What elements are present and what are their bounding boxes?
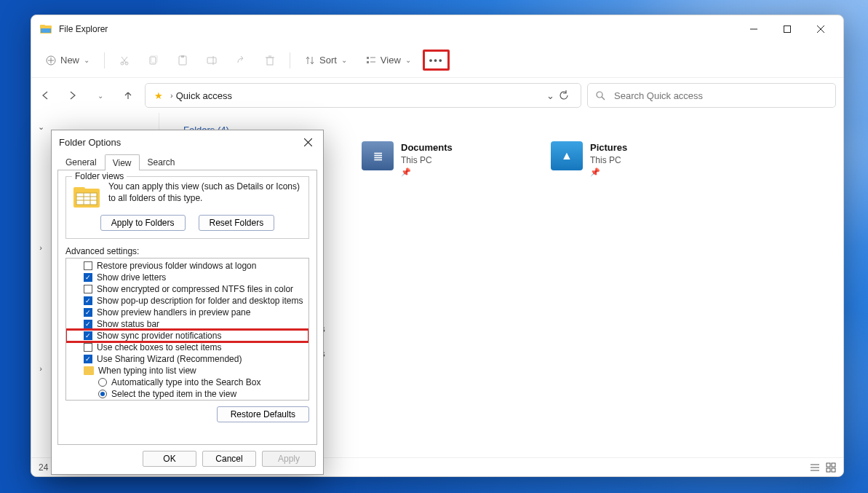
option-label: Automatically type into the Search Box (111, 377, 260, 387)
forward-button[interactable] (62, 84, 84, 106)
svg-rect-2 (41, 28, 51, 33)
paste-icon (178, 55, 188, 66)
tab-general[interactable]: General (57, 154, 105, 170)
advanced-checkbox-option[interactable]: ✓Show drive letters (66, 272, 308, 283)
new-menu-button[interactable]: New ⌄ (39, 50, 97, 70)
svg-rect-40 (76, 193, 97, 205)
svg-rect-33 (832, 463, 835, 467)
toolbar-separator (104, 52, 105, 68)
address-bar[interactable]: ★ › Quick access ⌄ (145, 83, 581, 108)
view-menu-button[interactable]: View ⌄ (359, 50, 418, 70)
option-label: Show pop-up description for folder and d… (97, 296, 303, 306)
status-item-count: 24 (39, 462, 48, 473)
checkbox-icon (84, 261, 92, 270)
advanced-settings-list[interactable]: Restore previous folder windows at logon… (65, 258, 309, 401)
search-box[interactable] (587, 83, 836, 108)
apply-button[interactable]: Apply (262, 451, 316, 467)
navigation-row: ⌄ ★ › Quick access ⌄ (31, 78, 843, 113)
advanced-radio-option[interactable]: Automatically type into the Search Box (66, 376, 308, 388)
chevron-down-icon: ⌄ (84, 56, 89, 64)
option-label: Show status bar (97, 319, 159, 329)
advanced-checkbox-option[interactable]: ✓Show pop-up description for folder and … (66, 295, 308, 307)
view-label: View (381, 55, 401, 66)
cut-icon (119, 55, 130, 66)
option-label: Restore previous folder windows at logon (97, 261, 256, 271)
dialog-footer: OK Cancel Apply (52, 451, 323, 474)
checkbox-icon (84, 285, 92, 293)
option-label: Use Sharing Wizard (Recommended) (97, 354, 242, 364)
option-label: Use check boxes to select items (97, 342, 221, 352)
details-view-button[interactable] (810, 462, 820, 473)
copy-icon (148, 55, 159, 66)
folder-sublocation: This PC (590, 154, 627, 167)
close-button[interactable] (804, 17, 837, 41)
share-button[interactable] (228, 51, 253, 70)
dialog-body: Folder views You can apply this view (su… (57, 170, 317, 445)
svg-point-27 (597, 92, 602, 98)
tab-search[interactable]: Search (140, 154, 183, 170)
search-icon (595, 90, 605, 100)
option-label: Show preview handlers in preview pane (97, 307, 250, 318)
option-label: When typing into list view (98, 366, 196, 376)
cancel-button[interactable]: Cancel (202, 451, 256, 467)
minimize-button[interactable] (737, 17, 771, 41)
cut-button[interactable] (112, 51, 137, 70)
recent-locations-button[interactable]: ⌄ (89, 84, 111, 106)
folder-card[interactable]: ≣DocumentsThis PC📌 (362, 141, 514, 178)
svg-line-12 (122, 57, 127, 63)
new-label: New (60, 55, 79, 66)
advanced-checkbox-option[interactable]: ✓Show preview handlers in preview pane (66, 307, 308, 318)
tab-view[interactable]: View (105, 154, 140, 170)
chevron-down-icon: ⌄ (36, 122, 46, 132)
advanced-checkbox-option[interactable]: Use check boxes to select items (66, 342, 308, 353)
more-options-button[interactable]: ••• (423, 50, 450, 71)
advanced-radio-option[interactable]: Select the typed item in the view (66, 388, 308, 400)
advanced-checkbox-option[interactable]: ✓Show status bar (66, 318, 308, 330)
folder-card[interactable]: ▲PicturesThis PC📌 (551, 141, 704, 178)
dialog-tabs: General View Search (52, 154, 323, 170)
svg-rect-34 (827, 468, 830, 472)
restore-defaults-button[interactable]: Restore Defaults (217, 406, 309, 422)
back-button[interactable] (34, 84, 56, 106)
share-icon (236, 55, 246, 66)
svg-rect-39 (73, 187, 85, 192)
copy-button[interactable] (141, 51, 166, 70)
svg-rect-20 (267, 58, 273, 65)
chevron-right-icon: › (36, 364, 46, 373)
advanced-checkbox-option[interactable]: Restore previous folder windows at logon (66, 260, 308, 272)
checkbox-icon: ✓ (84, 296, 92, 305)
refresh-button[interactable] (559, 90, 576, 100)
search-input[interactable] (613, 90, 828, 102)
paste-button[interactable] (170, 51, 195, 70)
breadcrumb-separator: › (170, 91, 173, 100)
ok-button[interactable]: OK (143, 451, 196, 467)
sort-menu-button[interactable]: Sort ⌄ (298, 50, 354, 70)
folder-views-icon (72, 184, 101, 209)
ellipsis-icon: ••• (429, 55, 444, 66)
pin-icon: 📌 (401, 167, 453, 178)
folder-icon: ▲ (551, 141, 583, 170)
dialog-close-button[interactable] (294, 132, 322, 152)
rename-button[interactable] (199, 51, 224, 70)
svg-rect-18 (207, 58, 216, 63)
svg-rect-4 (784, 26, 791, 33)
advanced-checkbox-option[interactable]: ✓Use Sharing Wizard (Recommended) (66, 353, 308, 365)
breadcrumb-location[interactable]: Quick access (176, 90, 232, 101)
advanced-checkbox-option[interactable]: ✓Show sync provider notifications (66, 330, 308, 342)
advanced-checkbox-option[interactable]: Show encrypted or compressed NTFS files … (66, 283, 308, 295)
reset-folders-button[interactable]: Reset Folders (199, 215, 275, 231)
apply-to-folders-button[interactable]: Apply to Folders (100, 215, 186, 231)
radio-icon (98, 390, 107, 398)
thumbnails-view-button[interactable] (826, 462, 836, 473)
folder-views-legend: Folder views (72, 171, 127, 181)
address-dropdown-button[interactable]: ⌄ (541, 90, 559, 101)
delete-button[interactable] (258, 51, 282, 70)
window-title: File Explorer (59, 24, 108, 34)
advanced-group-header: When typing into list view (66, 365, 308, 376)
delete-icon (265, 55, 275, 66)
up-button[interactable] (117, 84, 139, 106)
maximize-button[interactable] (771, 17, 804, 41)
radio-icon (98, 378, 107, 387)
option-label: Show sync provider notifications (97, 331, 221, 341)
option-label: Select the typed item in the view (111, 389, 236, 399)
